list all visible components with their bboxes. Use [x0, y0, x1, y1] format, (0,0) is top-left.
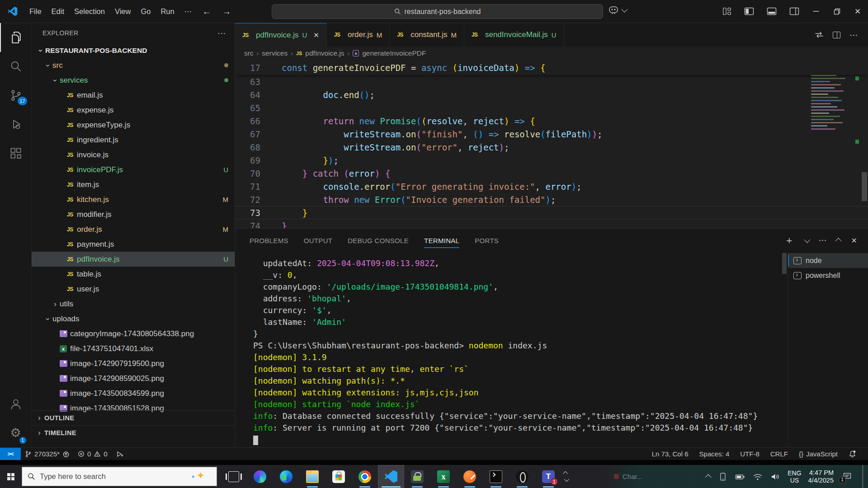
taskbar-search[interactable]: Type here to search ✦ [22, 467, 217, 486]
terminal-node[interactable]: node [788, 253, 868, 268]
account-button[interactable] [0, 389, 32, 418]
terminal-scrollbar[interactable] [782, 252, 787, 447]
editor-scrollbar[interactable] [862, 60, 867, 228]
tree-item-image-1742907919500.png[interactable]: image-1742907919500.png [32, 356, 235, 371]
tree-item-RESTAURANT-POS-BACKEND[interactable]: ›RESTAURANT-POS-BACKEND [32, 43, 235, 58]
scrollbar-thumb[interactable] [862, 172, 867, 201]
taskbar-lock-app[interactable] [404, 465, 430, 488]
terminal-powershell[interactable]: powershell [788, 268, 868, 283]
activity-search[interactable] [0, 52, 32, 81]
taskbar-task-view[interactable] [221, 465, 247, 488]
taskbar-scroll-chevrons[interactable] [564, 471, 568, 482]
taskbar-oval-app[interactable] [509, 465, 535, 488]
tree-item-expense.js[interactable]: JSexpense.js [32, 103, 235, 117]
restore-button[interactable] [826, 0, 847, 23]
sidebar-more-icon[interactable]: ⋯ [217, 28, 226, 38]
taskbar-teams[interactable]: 1 [535, 465, 561, 488]
indentation[interactable]: Spaces: 4 [694, 450, 735, 458]
cursor-position[interactable]: Ln 73, Col 6 [646, 450, 694, 458]
scrollbar-thumb[interactable] [782, 253, 787, 274]
notifications-bell[interactable] [843, 450, 862, 458]
menu-edit[interactable]: Edit [47, 7, 69, 16]
toggle-secondary-sidebar-icon[interactable] [789, 6, 800, 16]
tree-item-src[interactable]: ›src [32, 58, 235, 73]
tree-item-invoicePDF.js[interactable]: JSinvoicePDF.jsU [32, 162, 235, 177]
tree-item-uploads[interactable]: ›uploads [32, 311, 235, 326]
search-highlights-icon[interactable]: ✦ [197, 470, 205, 482]
code-editor[interactable]: 17const generateInvoicePDF = async (invo… [235, 60, 868, 228]
tree-item-user.js[interactable]: JSuser.js [32, 282, 235, 296]
tree-item-modifier.js[interactable]: JSmodifier.js [32, 207, 235, 222]
tree-item-table.js[interactable]: JStable.js [32, 267, 235, 282]
menu-run[interactable]: Run [156, 7, 179, 16]
customize-layout-icon[interactable] [722, 6, 732, 16]
tree-item-categoryImage-1743080564338.png[interactable]: categoryImage-1743080564338.png [32, 326, 235, 341]
tab-constant.js[interactable]: JSconstant.jsM [390, 23, 464, 47]
minimize-button[interactable] [806, 0, 826, 23]
battery-icon[interactable] [735, 472, 745, 482]
tab-sendInvoiceMail.js[interactable]: JSsendInvoiceMail.jsU [464, 23, 564, 47]
copilot-button[interactable] [608, 5, 626, 15]
editor-more-icon[interactable]: ⋯ [849, 30, 858, 40]
breadcrumb-item-generateInvoicePDF[interactable]: generateInvoicePDF [362, 49, 426, 57]
breadcrumb-item-services[interactable]: services [262, 49, 288, 57]
tree-item-kitchen.js[interactable]: JSkitchen.jsM [32, 192, 235, 207]
terminal-output[interactable]: updatedAt: 2025-04-04T09:08:13.982Z, __v… [235, 252, 788, 447]
background-window-button[interactable]: Char... [614, 465, 642, 488]
taskbar-edge[interactable] [273, 465, 299, 488]
taskbar-terminal-app[interactable] [483, 465, 509, 488]
tree-item-ingredient.js[interactable]: JSingredient.js [32, 132, 235, 147]
tree-item-invoice.js[interactable]: JSinvoice.js [32, 147, 235, 162]
panel-more-icon[interactable]: ⋯ [819, 235, 827, 245]
tab-order.js[interactable]: JSorder.jsM [327, 23, 390, 47]
wifi-icon[interactable] [752, 472, 763, 482]
panel-tab-terminal[interactable]: TERMINAL [424, 229, 459, 252]
language-indicator[interactable]: ENG US [788, 469, 801, 484]
problems-status[interactable]: 0 0 [74, 448, 112, 460]
menu-view[interactable]: View [110, 7, 136, 16]
panel-tab-output[interactable]: OUTPUT [304, 229, 332, 252]
tree-item-image-1743500834599.png[interactable]: image-1743500834599.png [32, 386, 235, 401]
language-mode[interactable]: {} JavaScript [793, 450, 843, 458]
remote-indicator[interactable]: >< [0, 448, 21, 460]
split-editor-icon[interactable] [833, 32, 840, 38]
maximize-panel-icon[interactable] [835, 238, 841, 244]
tree-item-file-1743751047401.xlsx[interactable]: xfile-1743751047401.xlsx [32, 341, 235, 356]
close-panel-icon[interactable]: ✕ [851, 236, 857, 245]
tree-item-order.js[interactable]: JSorder.jsM [32, 222, 235, 237]
volume-icon[interactable] [770, 472, 781, 482]
taskbar-vscode[interactable] [378, 465, 404, 488]
toggle-sidebar-icon[interactable] [744, 6, 755, 16]
new-terminal-icon[interactable]: ＋ [784, 234, 794, 247]
menu-go[interactable]: Go [136, 7, 156, 16]
breadcrumb[interactable]: src›services›JSpdfInvoice.js›◈generateIn… [235, 47, 868, 60]
tree-item-utils[interactable]: ›utils [32, 296, 235, 311]
tab-pdfInvoice.js[interactable]: JSpdfInvoice.jsU✕ [235, 23, 327, 47]
toggle-panel-icon[interactable] [766, 6, 777, 16]
taskbar-file-explorer[interactable] [299, 465, 326, 488]
git-branch-status[interactable]: 270325* [21, 448, 74, 460]
terminal-dropdown-icon[interactable] [804, 237, 810, 243]
taskbar-copilot[interactable] [247, 465, 273, 488]
forward-arrow-icon[interactable]: → [217, 6, 236, 17]
notification-center[interactable]: 1 [840, 470, 854, 483]
menu-file[interactable]: File [24, 7, 47, 16]
menu-selection[interactable]: Selection [69, 7, 110, 16]
panel-tab-problems[interactable]: PROBLEMS [250, 229, 288, 252]
settings-button[interactable]: ⚙ 1 [0, 418, 32, 447]
tree-item-image-1742908590025.png[interactable]: image-1742908590025.png [32, 371, 235, 386]
panel-tab-debug-console[interactable]: DEBUG CONSOLE [348, 229, 409, 252]
taskbar-store[interactable] [326, 465, 352, 488]
tree-item-expenseType.js[interactable]: JSexpenseType.js [32, 117, 235, 132]
taskbar-excel[interactable] [430, 465, 457, 488]
sticky-scroll-line[interactable]: 17const generateInvoicePDF = async (invo… [235, 60, 868, 75]
tree-item-email.js[interactable]: JSemail.js [32, 88, 235, 103]
taskbar-pen-app[interactable] [457, 465, 483, 488]
tree-item-pdfInvoice.js[interactable]: JSpdfInvoice.jsU [32, 252, 235, 267]
close-icon[interactable]: ✕ [313, 31, 319, 39]
tree-item-services[interactable]: ›services [32, 73, 235, 88]
panel-tab-ports[interactable]: PORTS [475, 229, 499, 252]
activity-run-debug[interactable] [0, 110, 32, 139]
tree-item-payment.js[interactable]: JSpayment.js [32, 237, 235, 252]
debug-status[interactable] [112, 448, 127, 460]
